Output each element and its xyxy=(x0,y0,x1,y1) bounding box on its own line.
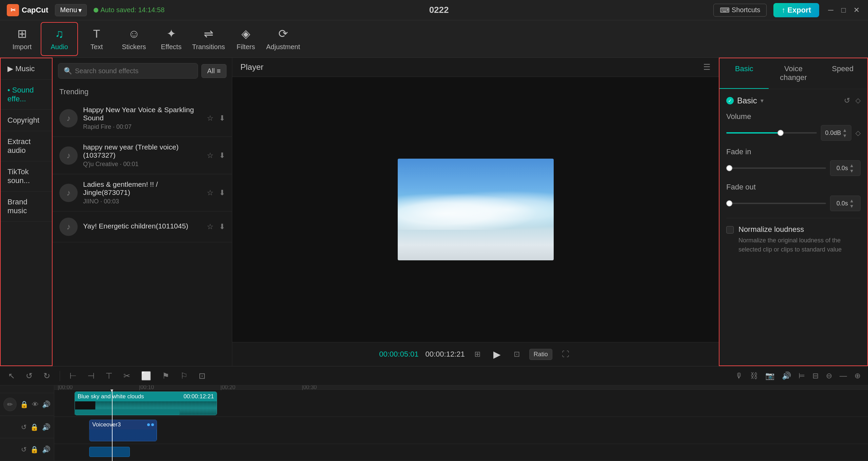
tab-speed[interactable]: Speed xyxy=(818,58,867,89)
volume-thumb[interactable] xyxy=(777,130,784,136)
sidebar-item-tiktok-sounds[interactable]: TikTok soun... xyxy=(1,161,52,192)
toolbar-import[interactable]: ⊞ Import xyxy=(3,22,41,56)
sidebar-item-copyright[interactable]: Copyright xyxy=(1,110,52,131)
audio-icon-3[interactable]: 🔊 xyxy=(42,445,51,454)
record-button[interactable]: 🎙 xyxy=(733,369,745,382)
list-item[interactable]: ♪ Happy New Year Voice & Sparkling Sound… xyxy=(53,100,232,137)
edit-track-button[interactable]: ✏ xyxy=(3,398,17,411)
fade-in-thumb[interactable] xyxy=(726,165,732,171)
download-button-4[interactable]: ⬇ xyxy=(219,222,225,231)
grid-view-button[interactable]: ⊞ xyxy=(472,348,483,360)
toolbar-transitions[interactable]: ⇌ Transitions xyxy=(190,22,227,56)
toolbar-filters[interactable]: ◈ Filters xyxy=(227,22,264,56)
toolbar-audio[interactable]: ♫ Audio xyxy=(41,22,78,56)
volume-stepper[interactable]: ▲ ▼ xyxy=(843,127,847,138)
shortcuts-button[interactable]: ⌨ Shortcuts xyxy=(713,4,767,17)
lock-icon-1[interactable]: 🔒 xyxy=(20,400,28,408)
sidebar-item-brand-music[interactable]: Brand music xyxy=(1,192,52,222)
list-item[interactable]: ♪ Ladies & gentlemen! !! / Jingle(873071… xyxy=(53,174,232,212)
camera-button[interactable]: 📷 xyxy=(763,369,776,382)
autosaved-dot xyxy=(94,8,98,13)
redo-button[interactable]: ↻ xyxy=(41,370,53,382)
tab-basic[interactable]: Basic xyxy=(719,58,769,89)
audio-icon-2[interactable]: 🔊 xyxy=(42,423,51,431)
volume-slider[interactable] xyxy=(726,132,817,134)
export-button[interactable]: ↑ Export xyxy=(773,3,819,17)
minimize-button[interactable]: ─ xyxy=(826,5,835,15)
favorite-button-2[interactable]: ☆ xyxy=(207,151,214,160)
player-menu-icon[interactable]: ☰ xyxy=(703,62,711,72)
music-clip[interactable] xyxy=(89,447,130,457)
screenshot-button[interactable]: ⊡ xyxy=(511,348,522,360)
normalize-checkbox[interactable] xyxy=(726,226,734,234)
voiceover-waveform xyxy=(90,429,157,441)
search-input[interactable] xyxy=(75,67,192,75)
lock-icon-2[interactable]: 🔒 xyxy=(30,423,39,431)
fade-out-stepper[interactable]: ▲ ▼ xyxy=(849,198,854,209)
trim-right-button[interactable]: ⊤ xyxy=(103,370,115,382)
link-button[interactable]: ⛓ xyxy=(748,369,760,382)
volume-value: 0.0dB ▲ ▼ xyxy=(821,125,851,141)
list-item[interactable]: ♪ happy new year (Treble voice)(1037327)… xyxy=(53,137,232,174)
reset-button[interactable]: ↺ xyxy=(844,96,850,105)
fullscreen-button[interactable]: ⛶ xyxy=(559,348,572,360)
align-button[interactable]: ⊨ xyxy=(796,369,807,382)
lock-icon-3[interactable]: 🔒 xyxy=(30,445,39,454)
toolbar-effects[interactable]: ✦ Effects xyxy=(153,22,190,56)
basic-checkbox[interactable]: ✓ xyxy=(726,97,734,104)
zoom-out-button[interactable]: ⊖ xyxy=(824,369,834,382)
caption-button[interactable]: ⊟ xyxy=(810,369,821,382)
sidebar-item-music[interactable]: ▶ Music xyxy=(1,58,52,80)
snap-button[interactable]: ⊡ xyxy=(196,370,208,382)
list-item[interactable]: ♪ Yay! Energetic children(1011045) ☆ ⬇ xyxy=(53,212,232,242)
close-button[interactable]: ✕ xyxy=(852,5,861,15)
favorite-button-1[interactable]: ☆ xyxy=(207,114,214,123)
menu-button[interactable]: Menu ▾ xyxy=(55,4,87,16)
fade-out-slider[interactable] xyxy=(726,203,826,204)
toolbar-text[interactable]: T Text xyxy=(78,22,115,56)
sidebar-item-extract-audio[interactable]: Extract audio xyxy=(1,131,52,161)
download-button-1[interactable]: ⬇ xyxy=(219,114,225,123)
add-track-button[interactable]: ⊕ xyxy=(852,369,863,382)
split-button[interactable]: ⊢ xyxy=(67,370,79,382)
normalize-section: Normalize loudness Normalize the origina… xyxy=(726,218,861,254)
zoom-in-button[interactable]: — xyxy=(837,369,849,382)
search-box[interactable]: 🔍 xyxy=(58,63,198,79)
sidebar-item-sound-effects[interactable]: • Sound effe... xyxy=(1,80,52,110)
basic-title-row: ✓ Basic ▾ xyxy=(726,96,764,105)
audio-clip-teal[interactable] xyxy=(75,409,180,415)
toolbar-stickers[interactable]: ☺ Stickers xyxy=(115,22,153,56)
fade-in-stepper[interactable]: ▲ ▼ xyxy=(849,163,854,174)
audio-icon-1[interactable]: 🔊 xyxy=(42,400,51,408)
all-filter-button[interactable]: All ≡ xyxy=(201,64,226,78)
audio-detach-button[interactable]: 🔊 xyxy=(780,369,793,382)
flag-button[interactable]: ⚑ xyxy=(159,370,172,382)
ratio-button[interactable]: Ratio xyxy=(529,349,552,360)
download-button-2[interactable]: ⬇ xyxy=(219,151,225,160)
playhead[interactable] xyxy=(112,390,113,461)
trim-left-button[interactable]: ⊣ xyxy=(85,370,97,382)
sound-thumb-1: ♪ xyxy=(59,109,78,127)
all-label: All xyxy=(207,67,215,75)
fade-out-thumb[interactable] xyxy=(726,200,732,206)
loop-icon[interactable]: ↺ xyxy=(21,423,27,431)
eye-icon[interactable]: 👁 xyxy=(32,401,39,408)
toolbar-adjustment[interactable]: ⟳ Adjustment xyxy=(264,22,302,56)
favorite-button-3[interactable]: ☆ xyxy=(207,188,214,197)
delete-button[interactable]: ✂ xyxy=(121,370,133,382)
favorite-button-4[interactable]: ☆ xyxy=(207,222,214,231)
tab-voice-changer[interactable]: Voice changer xyxy=(769,58,818,89)
voiceover-wave-visual xyxy=(90,429,157,441)
select-tool-button[interactable]: ↖ xyxy=(5,370,18,382)
volume-keyframe-button[interactable]: ◇ xyxy=(855,129,861,137)
group-button[interactable]: ⬜ xyxy=(138,370,154,382)
download-button-3[interactable]: ⬇ xyxy=(219,188,225,197)
undo-button[interactable]: ↺ xyxy=(23,370,35,382)
loop-icon-2[interactable]: ↺ xyxy=(21,445,27,454)
fade-in-slider[interactable] xyxy=(726,167,826,169)
maximize-button[interactable]: □ xyxy=(839,5,848,15)
marker-button[interactable]: ⚐ xyxy=(178,370,191,382)
play-button[interactable]: ▶ xyxy=(490,347,504,361)
voiceover-clip[interactable]: Voiceover3 xyxy=(89,420,157,441)
keyframe-button[interactable]: ◇ xyxy=(855,96,861,105)
